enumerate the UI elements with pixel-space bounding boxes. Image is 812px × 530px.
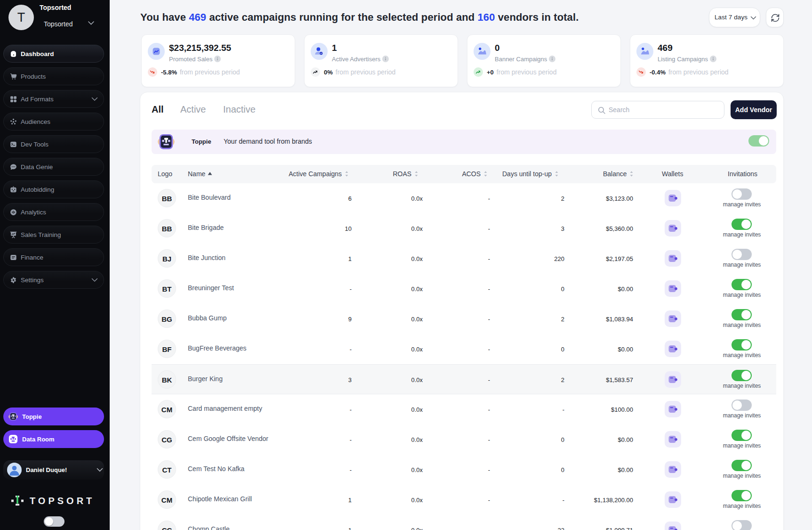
svg-text:TOPSORT: TOPSORT <box>30 496 95 506</box>
